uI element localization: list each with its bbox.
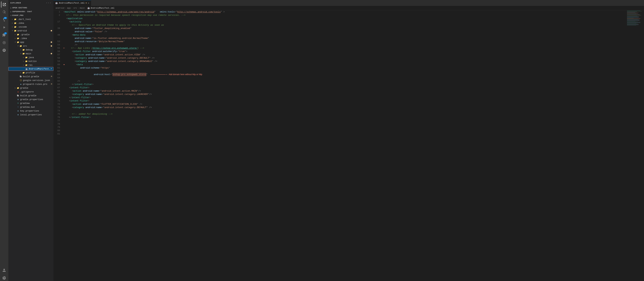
supermaven-section[interactable]: ▷ SUPERMAVEN: CHAT [8,10,54,13]
code-line-55: <meta-data [64,33,625,37]
tree-item-build-gradle-root[interactable]: ▷ 🐘 build.gradle [8,94,54,97]
tree-item-profile[interactable]: ▷ 📁 profile [8,71,54,75]
breadcrumb-sep1: › [65,7,66,9]
tree-item-gradlew-bat[interactable]: ▷ ▪ gradlew.bat [8,105,54,109]
tree-item-gradle-folder[interactable]: ▷ 📁 gradle [8,86,54,90]
tree-item-proguard[interactable]: ▷ ◈ proguard-rules.pro M [8,82,54,86]
code-line-65: android:scheme="https" [64,66,625,69]
tree-item-main[interactable]: ▽ 📁 main [8,52,54,55]
tree-item-google-services[interactable]: ▷ {} google-services.json [8,78,54,82]
code-line-57: android:resource="@style/NormalTheme" [64,40,625,43]
breadcrumb-main[interactable]: main [80,7,85,9]
tree-item-build-gradle-app[interactable]: ▷ 🐘 build.gradle M [8,75,54,78]
tree-item-kotlin[interactable]: ▷ 📁 kotlin [8,59,54,63]
tree-item-gradlew[interactable]: ▷ ≡ gradlew [8,101,54,105]
run-debug-icon[interactable] [1,24,7,30]
tree-item-vscode[interactable]: ▷ 📁 .vscode [8,25,54,29]
code-line-70: <action android:name="android.intent.act… [64,89,625,93]
svg-point-1 [4,42,5,43]
editor-area: 🤖 AndroidManifest.xml M ✕ android › app … [54,0,644,281]
tree-item-key-properties[interactable]: ▷ ⚙ key.properties [8,109,54,113]
code-line-75: <category android:name="android.intent.c… [64,106,625,109]
tree-item-idea-android[interactable]: ▷ 📁 .idea [8,36,54,40]
extensions-badge: 1 [4,32,7,34]
code-content[interactable]: <manifest xmlns:android="http://schemas.… [62,10,627,281]
code-line-54: android:value="false" /> [64,30,625,33]
project-section[interactable]: ▽ ESHOP_PRO [8,13,54,17]
tab-androidmanifest[interactable]: 🤖 AndroidManifest.xml M ✕ [54,0,91,6]
tree-item-android[interactable]: ▽ 📁 android [8,29,54,33]
code-editor: 1 2 · 17 · 39 · 48 · 53 54 55 56 57 58 5… [54,10,644,281]
git-lens-icon[interactable] [1,47,7,53]
settings-bottom-icon[interactable] [1,275,7,281]
sidebar-more-button[interactable]: ··· [46,1,52,4]
code-line-71: <category android:name="android.intent.c… [64,93,625,96]
minimap [627,10,644,281]
line-numbers: 1 2 · 17 · 39 · 48 · 53 54 55 56 57 58 5… [54,10,62,281]
code-line-17: <application [64,17,625,20]
tree-item-local-properties[interactable]: ▷ ⚙ local.properties [8,113,54,117]
supermaven-icon[interactable] [1,39,7,46]
activity-bar: 42 1 [0,0,8,281]
sidebar: EXPLORER ··· ▷ OPEN EDITORS ▷ SUPERMAVEN… [8,0,54,281]
code-line-66: android:host="eshop-pro.eshopweb.store" … [64,69,625,79]
code-line-64: ◆ <data [64,63,625,66]
code-line-77: <!-- added for deeplinking --> [64,112,625,116]
code-line-39: <activity [64,20,625,23]
source-control-icon[interactable]: 42 [1,17,7,23]
breadcrumb-android[interactable]: android [56,7,64,9]
tab-close-button[interactable]: ✕ [88,2,89,4]
source-control-badge: 42 [4,17,7,19]
tree-item-src[interactable]: ▽ 📁 src [8,44,54,48]
sidebar-header: EXPLORER ··· [8,0,54,6]
code-line-78: </intent-filter> [64,116,625,119]
code-line-74: <action android:name="FLUTTER_NOTIFICATI… [64,102,625,106]
breadcrumb-manifest-icon: 🤖 [87,7,90,9]
code-line-59: ▷ <!-- App Links (https://eshop-pro.esho… [64,46,625,50]
annotation-text: Add domain here without http or http [169,73,202,76]
account-icon[interactable] [1,267,7,273]
breadcrumb-app[interactable]: app [67,7,71,9]
code-line-79 [64,119,625,122]
breadcrumb-sep3: › [78,7,79,9]
code-line-1: <manifest xmlns:android="http://schemas.… [64,10,625,13]
search-icon[interactable] [1,9,7,15]
tab-file-icon: 🤖 [55,2,58,4]
tree-item-debug[interactable]: ▷ 📁 debug [8,48,54,52]
tree-item-res[interactable]: ▷ 📁 res [8,63,54,67]
tree-item-gradle-android[interactable]: ▷ 📁 .gradle [8,33,54,36]
breadcrumb: android › app › src › main › 🤖 AndroidMa… [54,6,644,10]
code-line-63: <category android:name="android.intent.c… [64,60,625,63]
code-line-61: <action android:name="android.intent.act… [64,53,625,56]
tree-item-idea[interactable]: ▷ 📁 .idea [8,21,54,25]
tree-item-java[interactable]: ▷ 📁 java [8,55,54,59]
tree-item-gradle-properties[interactable]: ▷ ⚙ gradle.properties [8,97,54,101]
code-line-80 [64,122,625,126]
sidebar-tree: ▷ OPEN EDITORS ▷ SUPERMAVEN: CHAT ▽ ESHO… [8,6,54,281]
tree-item-app[interactable]: ▽ 📁 app [8,40,54,44]
tree-item-gitignore[interactable]: ▷ ◈ .gitignore [8,90,54,94]
code-line-67: /> [64,79,625,83]
code-line-73: <intent-filter> [64,99,625,102]
code-line-81 [64,126,625,129]
tab-filename: AndroidManifest.xml [59,2,84,4]
code-line-68: </intent-filter> [64,83,625,86]
tab-modified-indicator: M [86,2,87,4]
tree-item-dart-tool[interactable]: ▷ 📁 .dart_tool [8,17,54,21]
explorer-icon[interactable] [1,1,7,8]
code-line-60: <intent-filter android:autoVerify="true"… [64,50,625,53]
breadcrumb-sep4: › [86,7,86,9]
tab-bar: 🤖 AndroidManifest.xml M ✕ [54,0,644,6]
open-editors-section[interactable]: ▷ OPEN EDITORS [8,6,54,10]
breadcrumb-sep2: › [71,7,72,9]
breadcrumb-manifest[interactable]: AndroidManifest.xml [90,7,114,9]
code-line-76 [64,109,625,112]
code-line-56: android:name="io.flutter.embedding.andro… [64,37,625,40]
code-line-53: android:name="flutter_deeplinking_enable… [64,27,625,30]
code-line-62: <category android:name="android.intent.c… [64,56,625,60]
extensions-icon[interactable]: 1 [1,32,7,38]
code-line-69: <intent-filter> [64,86,625,89]
breadcrumb-src[interactable]: src [73,7,77,9]
tree-item-androidmanifest[interactable]: ▷ 🤖 AndroidManifest.xml M [8,67,54,71]
code-line-58: /> [64,43,625,46]
